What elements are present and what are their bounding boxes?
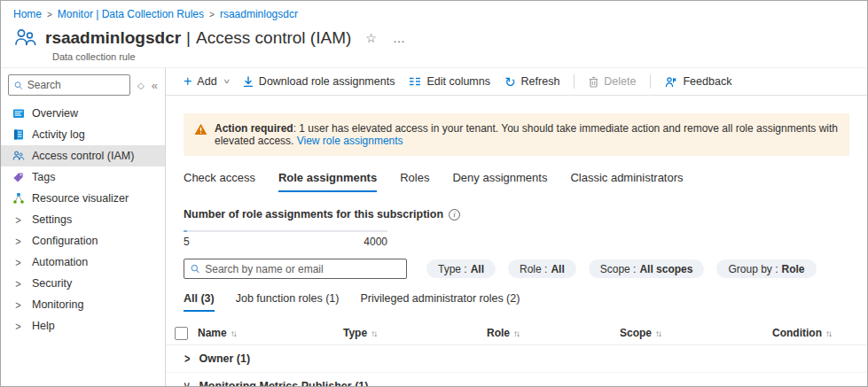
add-label: Add (197, 75, 216, 88)
chevron-down-icon: > (221, 79, 232, 83)
blade-name: Access control (IAM) (196, 28, 351, 48)
title-actions: ☆ … (365, 31, 406, 45)
pill-value: All scopes (639, 263, 692, 275)
group-row-monitoring-metrics-publisher[interactable]: > Monitoring Metrics Publisher (1) (166, 373, 867, 387)
meter-current-value: 5 (184, 236, 190, 248)
column-header-role[interactable]: Role ↑↓ (487, 327, 620, 339)
download-role-assignments-button[interactable]: Download role assignments (243, 75, 395, 88)
assignment-search-input[interactable] (205, 263, 400, 275)
sidebar-item-label: Resource visualizer (32, 192, 129, 205)
sidebar-item-monitoring[interactable]: > Monitoring (1, 294, 165, 315)
sidebar-item-configuration[interactable]: > Configuration (1, 230, 165, 252)
filter-pill-type[interactable]: Type : All (426, 259, 496, 278)
refresh-button[interactable]: ↻ Refresh (504, 75, 559, 89)
column-header-type[interactable]: Type ↑↓ (343, 327, 487, 339)
tab-job-function-roles[interactable]: Job function roles (1) (236, 292, 340, 312)
meter-max-value: 4000 (364, 236, 387, 248)
more-options-icon[interactable]: … (393, 31, 406, 45)
tab-privileged-admin-roles[interactable]: Privileged administrator roles (2) (360, 292, 520, 312)
tab-role-assignments[interactable]: Role assignments (278, 171, 377, 192)
chevron-right-icon: > (12, 213, 25, 226)
meter-progress-bar (184, 230, 387, 232)
toolbar-divider (650, 74, 651, 89)
menu-resize-icon[interactable]: ◇ (137, 81, 145, 90)
breadcrumb-current[interactable]: rsaadminlogsdcr (220, 8, 298, 20)
resource-type-subtitle: Data collection rule (52, 51, 855, 62)
breadcrumb-monitor-dcr[interactable]: Monitor | Data Collection Rules (58, 8, 204, 20)
select-all-checkbox[interactable] (175, 327, 188, 340)
column-header-scope[interactable]: Scope ↑↓ (620, 327, 772, 339)
sidebar-item-help[interactable]: > Help (1, 315, 165, 337)
command-toolbar: + Add > Download role assignments Edit c… (166, 68, 867, 96)
download-label: Download role assignments (259, 75, 395, 88)
chevron-right-icon: > (12, 277, 25, 290)
sidebar-item-tags[interactable]: Tags (1, 166, 165, 188)
chevron-right-icon: > (12, 320, 25, 332)
sidebar-item-label: Security (32, 277, 72, 290)
meter-label: Number of role assignments for this subs… (184, 208, 443, 221)
sort-icon: ↑↓ (825, 329, 831, 338)
filter-row: Type : All Role : All Scope : All scopes… (184, 259, 849, 279)
sidebar-item-access-control-iam[interactable]: Access control (IAM) (1, 145, 165, 166)
chevron-right-icon: > (184, 352, 190, 366)
access-control-people-icon (12, 150, 25, 163)
column-header-condition[interactable]: Condition ↑↓ (772, 327, 867, 339)
azure-portal-window: Home > Monitor | Data Collection Rules >… (0, 0, 868, 387)
add-button[interactable]: + Add > (184, 74, 229, 89)
column-header-name[interactable]: Name ↑↓ (198, 327, 343, 339)
pill-label: Scope : (600, 263, 637, 275)
toolbar-divider (574, 74, 575, 89)
access-control-people-icon (13, 26, 38, 50)
sidebar-item-resource-visualizer[interactable]: Resource visualizer (1, 188, 165, 209)
view-role-assignments-link[interactable]: View role assignments (297, 135, 403, 147)
sidebar-item-label: Settings (32, 213, 72, 226)
sidebar-search-input[interactable] (27, 79, 124, 91)
edit-columns-button[interactable]: Edit columns (409, 75, 490, 88)
sidebar-item-activity-log[interactable]: Activity log (1, 124, 165, 145)
delete-button[interactable]: Delete (589, 75, 636, 88)
resource-visualizer-icon (12, 192, 25, 205)
column-label: Name (198, 327, 227, 339)
breadcrumb: Home > Monitor | Data Collection Rules >… (13, 8, 855, 20)
meter-progress-fill (184, 230, 187, 232)
sidebar-item-settings[interactable]: > Settings (1, 209, 165, 230)
sidebar-item-label: Automation (32, 256, 88, 268)
search-icon (14, 81, 23, 90)
download-icon (243, 76, 254, 88)
feedback-person-icon (665, 76, 677, 88)
group-label: Monitoring Metrics Publisher (1) (199, 380, 368, 387)
sort-icon: ↑↓ (513, 329, 519, 338)
plus-icon: + (184, 74, 192, 89)
tab-classic-administrators[interactable]: Classic administrators (570, 171, 683, 192)
role-category-tabs: All (3) Job function roles (1) Privilege… (184, 292, 849, 312)
tab-all[interactable]: All (3) (184, 292, 215, 312)
sidebar-search-box[interactable] (8, 74, 130, 96)
group-row-owner[interactable]: > Owner (1) (166, 345, 867, 373)
edit-columns-icon (409, 76, 421, 87)
role-assignments-meter: Number of role assignments for this subs… (184, 208, 849, 248)
sidebar-item-security[interactable]: > Security (1, 273, 165, 294)
assignment-search-box[interactable] (184, 259, 407, 279)
sidebar-item-automation[interactable]: > Automation (1, 252, 165, 273)
favorite-star-icon[interactable]: ☆ (365, 31, 377, 45)
sidebar-item-label: Access control (IAM) (32, 150, 134, 162)
filter-pill-scope[interactable]: Scope : All scopes (589, 259, 705, 278)
info-icon[interactable]: i (449, 209, 460, 221)
column-label: Condition (772, 327, 822, 339)
pill-value: Role (782, 263, 805, 275)
menu-collapse-icon[interactable]: « (152, 79, 158, 92)
filter-pills: Type : All Role : All Scope : All scopes… (426, 259, 817, 278)
tab-deny-assignments[interactable]: Deny assignments (452, 171, 547, 192)
filter-pill-role[interactable]: Role : All (508, 259, 576, 278)
filter-pill-group-by[interactable]: Group by : Role (716, 259, 816, 278)
activity-log-icon (12, 128, 25, 142)
tab-roles[interactable]: Roles (400, 171, 429, 192)
sidebar-item-overview[interactable]: Overview (1, 103, 165, 124)
page-header: Home > Monitor | Data Collection Rules >… (1, 1, 867, 67)
breadcrumb-home[interactable]: Home (13, 8, 42, 20)
pill-value: All (551, 263, 564, 275)
warning-triangle-icon (194, 123, 207, 135)
feedback-button[interactable]: Feedback (665, 75, 731, 88)
pill-label: Type : (438, 263, 467, 275)
tab-check-access[interactable]: Check access (184, 171, 255, 192)
